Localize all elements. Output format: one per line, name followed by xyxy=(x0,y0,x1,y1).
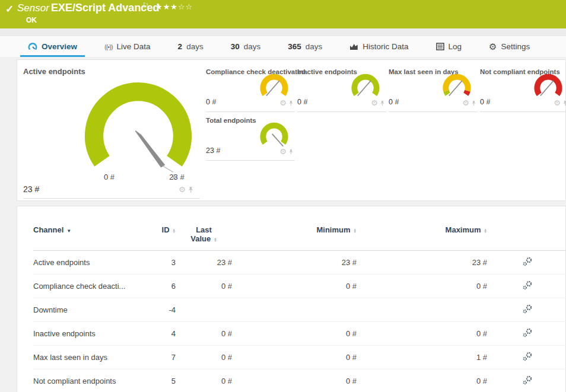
log-list-icon xyxy=(436,43,444,50)
priority-stars[interactable]: ★★★☆☆ xyxy=(155,2,193,11)
table-header-row: Channel▼ ID▲▼ Last Value▲▼ Minimum▲▼ Max… xyxy=(33,222,566,251)
sort-icon: ▲▼ xyxy=(214,237,217,242)
tab-log-label: Log xyxy=(449,42,462,51)
pin-icon[interactable] xyxy=(380,100,385,106)
table-row-downtime[interactable]: Downtime -4 xyxy=(33,298,566,322)
channel-minimum: 23 # xyxy=(232,251,357,275)
column-header-channel[interactable]: Channel▼ xyxy=(33,222,146,251)
gauge-panel-not-compliant: Not compliant endpoints 0 # ⚙ xyxy=(480,68,566,112)
channel-last-value: 0 # xyxy=(176,369,232,392)
gauge-panel-compliance-check: Compliance check deactivated 0 # ⚙ xyxy=(206,68,295,112)
table-row-not-compliant[interactable]: Not compliant endpoints 5 0 # 0 # 0 # xyxy=(33,369,566,392)
tab-30-days[interactable]: 30 days xyxy=(223,36,269,57)
gauge-panel-active-endpoints: Active endpoints x̄ 0 # 23 # 23 # ⚙ xyxy=(17,60,202,202)
channel-maximum: 23 # xyxy=(357,251,487,275)
tab-log[interactable]: Log xyxy=(428,36,470,57)
sort-icon: ▲▼ xyxy=(354,228,357,233)
gauge-current-value: 23 # xyxy=(23,184,39,194)
channel-maximum: 0 # xyxy=(357,275,487,298)
tab-2-days-unit: days xyxy=(186,42,203,51)
tab-live-data[interactable]: ((•)) Live Data xyxy=(97,36,158,57)
sorted-desc-icon: ▼ xyxy=(66,228,71,234)
gauge-settings-gear-icon[interactable]: ⚙ xyxy=(279,99,287,107)
tab-gap-strip xyxy=(0,28,566,36)
pin-icon[interactable] xyxy=(288,100,294,106)
overview-gauges-card: Active endpoints x̄ 0 # 23 # 23 # ⚙ Comp… xyxy=(17,59,566,201)
edit-channel-cogs-icon[interactable] xyxy=(522,280,533,292)
table-row-compliance-check[interactable]: Compliance check deacti... 6 0 # 0 # 0 # xyxy=(33,275,566,298)
tab-365-days-unit: days xyxy=(306,42,323,51)
channel-name[interactable]: Downtime xyxy=(33,298,146,322)
column-header-minimum[interactable]: Minimum▲▼ xyxy=(232,222,357,251)
panel-divider xyxy=(389,111,478,112)
pin-icon[interactable] xyxy=(288,149,294,155)
flag-icon[interactable]: ⚐ xyxy=(142,1,149,9)
tab-live-data-label: Live Data xyxy=(117,42,151,51)
channel-minimum: 0 # xyxy=(232,275,357,298)
pin-icon[interactable] xyxy=(562,100,566,106)
channel-last-value: 23 # xyxy=(176,251,232,275)
gauge-settings-gear-icon[interactable]: ⚙ xyxy=(462,99,469,107)
table-row-active-endpoints[interactable]: Active endpoints 3 23 # 23 # 23 # xyxy=(33,251,566,275)
column-header-actions xyxy=(487,222,566,251)
gauge-current-value: 0 # xyxy=(480,98,490,106)
sensor-status-text: OK xyxy=(26,16,37,24)
channel-name[interactable]: Not compliant endpoints xyxy=(33,369,146,392)
channel-id: 4 xyxy=(146,322,176,346)
channel-minimum xyxy=(232,298,357,322)
gauge-current-value: 23 # xyxy=(206,146,220,155)
tab-2-days[interactable]: 2 days xyxy=(170,36,211,57)
broadcast-icon: ((•)) xyxy=(104,43,113,50)
column-header-value-label: Value xyxy=(190,234,211,243)
edit-channel-cogs-icon[interactable] xyxy=(522,304,533,316)
tab-365-days-number: 365 xyxy=(288,42,301,51)
channel-name[interactable]: Active endpoints xyxy=(33,251,146,275)
channel-name[interactable]: Max last seen in days xyxy=(33,346,146,369)
panel-divider xyxy=(206,111,295,112)
edit-channel-cogs-icon[interactable] xyxy=(522,351,533,364)
edit-channel-cogs-icon[interactable] xyxy=(522,256,533,269)
channel-last-value: 0 # xyxy=(176,346,232,369)
gauge-min-label: 0 # xyxy=(104,173,115,181)
gauge-settings-gear-icon[interactable]: ⚙ xyxy=(371,99,378,107)
channel-name[interactable]: Inactive endpoints xyxy=(33,322,146,346)
area-chart-icon xyxy=(349,43,358,50)
tab-overview[interactable]: Overview xyxy=(20,36,85,57)
table-row-max-last-seen[interactable]: Max last seen in days 7 0 # 0 # 1 # xyxy=(33,346,566,369)
column-header-minimum-label: Minimum xyxy=(316,225,350,234)
gauge-settings-gear-icon[interactable]: ⚙ xyxy=(279,148,287,155)
gauge-settings-gear-icon[interactable]: ⚙ xyxy=(554,99,561,107)
tab-historic-data[interactable]: Historic Data xyxy=(342,36,416,57)
edit-channel-cogs-icon[interactable] xyxy=(522,327,533,340)
table-row-inactive-endpoints[interactable]: Inactive endpoints 4 0 # 0 # 0 # xyxy=(33,322,566,346)
edit-channel-cogs-icon[interactable] xyxy=(522,375,533,387)
gauge-panel-total-endpoints: Total endpoints 23 # ⚙ xyxy=(206,117,295,161)
object-kind-label: Sensor xyxy=(17,2,49,14)
channel-id: -4 xyxy=(146,298,176,322)
channel-name[interactable]: Compliance check deacti... xyxy=(33,275,146,298)
column-header-id[interactable]: ID▲▼ xyxy=(146,222,176,251)
channel-maximum xyxy=(357,298,487,322)
gauge-settings-gear-icon[interactable]: ⚙ xyxy=(179,186,186,193)
pin-icon[interactable] xyxy=(187,186,194,193)
channels-table: Channel▼ ID▲▼ Last Value▲▼ Minimum▲▼ Max… xyxy=(33,222,566,392)
channel-id: 7 xyxy=(146,346,176,369)
tab-settings-label: Settings xyxy=(501,42,530,51)
gauge-max-label: 23 # xyxy=(169,173,184,181)
column-header-maximum-label: Maximum xyxy=(446,225,481,234)
tab-settings[interactable]: ⚙ Settings xyxy=(481,36,538,57)
channel-minimum: 0 # xyxy=(232,322,357,346)
column-header-id-label: ID xyxy=(162,225,170,234)
tab-365-days[interactable]: 365 days xyxy=(280,36,330,57)
tab-30-days-unit: days xyxy=(244,42,261,51)
pin-icon[interactable] xyxy=(471,100,476,106)
gauge-icon xyxy=(28,42,37,52)
tab-overview-label: Overview xyxy=(42,42,77,51)
tab-bar: Overview ((•)) Live Data 2 days 30 days … xyxy=(0,36,566,57)
column-header-last-value[interactable]: Last Value▲▼ xyxy=(176,222,232,251)
panel-divider xyxy=(480,111,566,112)
sort-icon: ▲▼ xyxy=(484,228,487,233)
gauge-current-value: 0 # xyxy=(389,98,399,106)
column-header-maximum[interactable]: Maximum▲▼ xyxy=(357,222,487,251)
channel-id: 5 xyxy=(146,369,176,392)
